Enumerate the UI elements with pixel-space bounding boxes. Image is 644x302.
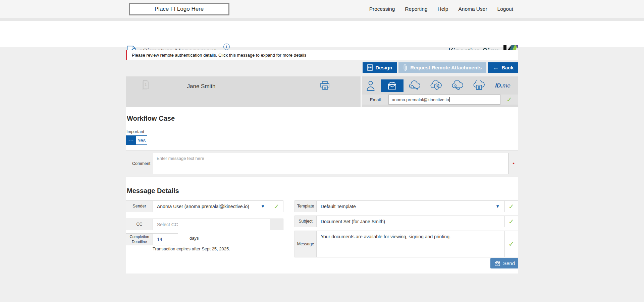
recipient-name: Jane Smith: [159, 83, 243, 90]
check-icon: ✓: [508, 240, 514, 248]
template-valid-cell: ✓: [504, 201, 518, 212]
cc-row: CC: [126, 219, 283, 230]
completion-deadline-label: Completion Deadline: [126, 234, 153, 245]
auth-video-verification-icon[interactable]: [472, 79, 486, 92]
toolbar: Design Request Remote Attachments ← Back: [363, 62, 518, 73]
auth-in-person-icon[interactable]: [365, 79, 377, 92]
fi-logo-placeholder: Place FI Logo Here: [129, 3, 229, 15]
info-icon[interactable]: i: [223, 44, 230, 50]
template-row: Template Default Template ▼ ✓: [294, 200, 518, 212]
check-icon: ✓: [274, 202, 279, 210]
auth-phone-icon[interactable]: [450, 79, 465, 92]
important-toggle[interactable]: ··· Yes: [126, 135, 147, 145]
message-valid-cell: ✓: [504, 231, 518, 257]
comment-label: Comment: [132, 150, 150, 177]
document-count-icon: 1: [142, 80, 149, 90]
comment-container: Comment *: [126, 150, 518, 177]
page-header: x eSignature Management i Kinective Sign: [0, 21, 644, 47]
auth-security-question-icon[interactable]: ?: [429, 79, 443, 92]
email-input[interactable]: anoma.premalal@kinective.io: [388, 95, 500, 105]
cc-input[interactable]: [153, 219, 270, 230]
svg-text:?: ?: [436, 85, 438, 89]
send-button[interactable]: Send: [490, 258, 518, 268]
email-label: Email: [362, 95, 388, 105]
comment-textarea[interactable]: [153, 153, 508, 174]
auth-idme-icon[interactable]: ID.me: [492, 79, 514, 92]
check-icon: ✓: [508, 202, 514, 210]
alert-banner[interactable]: Please review remote authentication deta…: [126, 50, 518, 60]
nav-user[interactable]: Anoma User: [458, 6, 487, 12]
subject-row: Subject Document Set (for Jane Smith) ✓: [294, 216, 518, 227]
print-icon[interactable]: [320, 81, 330, 91]
message-textarea[interactable]: Your documents are available for viewing…: [317, 231, 504, 257]
chevron-down-icon[interactable]: ▼: [261, 204, 265, 209]
send-mail-icon: [494, 261, 501, 266]
text-caret: [449, 97, 450, 102]
nav-help[interactable]: Help: [438, 6, 448, 12]
message-label: Message: [295, 231, 317, 257]
sender-row: Sender Anoma User (anoma.premalal@kinect…: [126, 200, 283, 212]
auth-shared-secret-icon[interactable]: [408, 79, 422, 92]
important-label: Important: [126, 129, 144, 134]
chevron-down-icon[interactable]: ▼: [495, 204, 500, 209]
template-select[interactable]: Default Template ▼: [317, 201, 504, 212]
subject-input[interactable]: Document Set (for Jane Smith): [317, 216, 504, 227]
card-divider: [361, 76, 362, 107]
message-row: Message Your documents are available for…: [294, 231, 518, 257]
completion-deadline-input[interactable]: 14: [153, 234, 178, 245]
sender-valid-cell: ✓: [270, 201, 283, 212]
cc-label: CC: [126, 219, 153, 230]
cc-field[interactable]: [153, 219, 270, 230]
check-icon: ✓: [506, 96, 512, 104]
subject-valid-cell: ✓: [504, 216, 518, 227]
paperclip-icon: [403, 64, 408, 71]
completion-deadline-row: Completion Deadline 14: [126, 233, 178, 245]
cc-empty-cell: [270, 219, 283, 230]
nav-logout[interactable]: Logout: [497, 6, 513, 12]
sender-select[interactable]: Anoma User (anoma.premalal@kinective.io)…: [153, 201, 270, 212]
toggle-yes[interactable]: Yes: [136, 136, 147, 144]
top-navigation: Processing Reporting Help Anoma User Log…: [369, 0, 513, 18]
back-arrow-icon: ←: [493, 65, 499, 71]
toggle-dots[interactable]: ···: [126, 136, 136, 144]
workflow-case-heading: Workflow Case: [127, 115, 175, 122]
template-label: Template: [295, 201, 317, 212]
back-button[interactable]: ← Back: [488, 62, 518, 73]
days-unit-label: days: [190, 236, 199, 241]
subject-label: Subject: [295, 216, 317, 227]
design-document-icon: [367, 64, 373, 71]
email-valid-cell: ✓: [500, 95, 518, 105]
required-marker: *: [513, 161, 515, 167]
topbar-divider: [0, 18, 644, 21]
check-icon: ✓: [508, 218, 514, 226]
top-bar: Place FI Logo Here Processing Reporting …: [0, 0, 644, 18]
recipient-card: 1 Jane Smith: [126, 76, 518, 107]
auth-email-icon-selected[interactable]: [381, 79, 404, 92]
design-button[interactable]: Design: [363, 62, 397, 73]
sender-label: Sender: [126, 201, 153, 212]
email-row: Email anoma.premalal@kinective.io ✓: [362, 95, 518, 105]
request-remote-attachments-button[interactable]: Request Remote Attachments: [398, 62, 486, 73]
nav-reporting[interactable]: Reporting: [405, 6, 427, 12]
document-badge-count: 1: [145, 82, 147, 86]
nav-processing[interactable]: Processing: [369, 6, 395, 12]
message-details-heading: Message Details: [127, 187, 179, 195]
expiration-note: Transaction expires after Sept 25, 2025.: [153, 246, 230, 251]
